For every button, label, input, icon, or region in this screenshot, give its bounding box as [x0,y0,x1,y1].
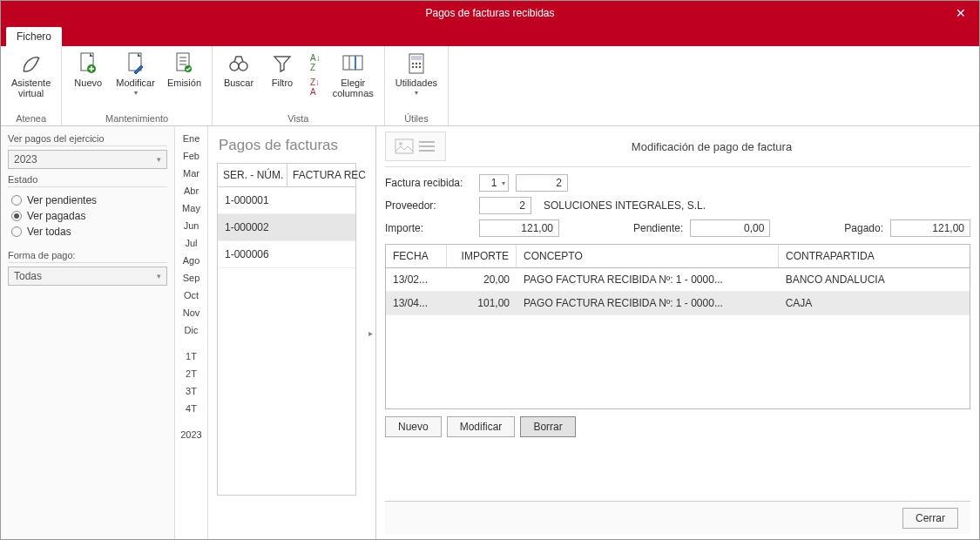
svg-point-8 [230,62,239,71]
sort-desc-icon[interactable]: Z↓A [307,76,324,98]
invoice-list-table: SER. - NÚM. FACTURA REC 1-000001 1-00000… [217,163,356,496]
radio-pagadas[interactable]: Ver pagadas [11,210,167,222]
svg-point-22 [399,142,402,145]
chevron-down-icon: ▾ [134,89,138,97]
buscar-button[interactable]: Buscar [218,50,260,90]
quarter-4t[interactable]: 4T [186,400,197,417]
detail-modificar-button[interactable]: Modificar [447,416,516,437]
detail-footer: Cerrar [385,501,970,534]
month-dic[interactable]: Dic [185,321,199,339]
group-atenea: Atenea [16,113,46,124]
month-filter-column: Ene Feb Mar Abr May Jun Jul Ago Sep Oct … [175,126,208,539]
month-nov[interactable]: Nov [183,304,200,321]
image-icon [395,138,414,154]
svg-point-7 [185,65,192,72]
year-2023[interactable]: 2023 [180,426,201,443]
alpha-icon [19,51,44,76]
elegir-columnas-button[interactable]: Elegircolumnas [328,50,379,100]
forma-pago-label: Forma de pago: [8,248,167,263]
month-abr[interactable]: Abr [184,182,199,199]
ver-pagos-label: Ver pagos del ejercicio [8,132,167,146]
importe-value: 121,00 [479,219,559,237]
pagado-label: Pagado: [844,222,883,234]
detail-panel: Modificación de pago de factura Factura … [375,126,979,539]
svg-rect-14 [411,56,422,60]
utilidades-button[interactable]: Utilidades ▾ [390,50,443,98]
chevron-down-icon: ▾ [157,155,161,164]
proveedor-name: SOLUCIONES INTEGRALES, S.L. [538,197,970,214]
month-sep[interactable]: Sep [183,269,200,287]
col-contrapartida[interactable]: CONTRAPARTIDA [779,245,970,267]
quarter-3t[interactable]: 3T [186,382,197,400]
pendiente-value: 0,00 [690,219,770,237]
month-ene[interactable]: Ene [183,130,200,147]
month-jun[interactable]: Jun [184,217,199,234]
col-ser-num[interactable]: SER. - NÚM. [218,164,287,186]
month-feb[interactable]: Feb [183,147,199,165]
svg-rect-21 [395,139,413,153]
svg-rect-10 [343,56,362,70]
year-combo[interactable]: 2023 ▾ [8,150,167,169]
svg-point-17 [419,63,421,64]
group-vista: Vista [287,113,308,124]
month-may[interactable]: May [182,199,200,217]
radio-todas[interactable]: Ver todas [11,226,167,238]
emision-button[interactable]: Emisión [162,50,206,90]
detail-view-icons[interactable] [385,132,446,161]
cerrar-button[interactable]: Cerrar [902,508,958,529]
detail-nuevo-button[interactable]: Nuevo [385,416,442,437]
split-handle[interactable]: ▸ [365,126,375,539]
proveedor-cod-input[interactable]: 2 [479,197,531,214]
sort-buttons[interactable]: A↓Z Z↓A [305,50,326,100]
month-ago[interactable]: Ago [183,252,200,269]
svg-point-15 [412,63,414,64]
forma-pago-combo[interactable]: Todas ▾ [8,267,167,286]
calculator-icon [404,51,429,76]
svg-point-9 [239,62,247,71]
list-title: Pagos de facturas [219,137,356,154]
document-edit-icon [124,51,148,76]
list-row[interactable]: 1-000002 [218,214,355,241]
left-panel: Ver pagos del ejercicio 2023 ▾ Estado Ve… [1,126,175,539]
col-fecha[interactable]: FECHA [386,245,447,267]
list-row[interactable]: 1-000001 [218,187,355,214]
modificar-button[interactable]: Modificar ▾ [111,50,160,98]
month-mar[interactable]: Mar [183,165,199,182]
col-factura[interactable]: FACTURA REC [287,164,371,186]
asistente-virtual-button[interactable]: Asistentevirtual [6,50,56,100]
month-jul[interactable]: Jul [185,234,197,252]
titlebar: Pagos de facturas recibidas ✕ [1,1,979,25]
month-oct[interactable]: Oct [184,287,199,304]
factura-recibida-label: Factura recibida: [385,177,472,189]
factura-ser-combo[interactable]: 1▾ [479,174,509,192]
detail-borrar-button[interactable]: Borrar [520,416,575,437]
factura-num-input[interactable]: 2 [516,174,568,192]
chevron-down-icon: ▾ [157,272,161,280]
list-row[interactable]: 1-000006 [218,241,355,268]
quarter-2t[interactable]: 2T [186,365,197,382]
document-plus-icon [76,51,100,76]
funnel-icon [270,51,294,76]
nuevo-button[interactable]: Nuevo [67,50,109,90]
payment-row[interactable]: 13/02... 20,00 PAGO FACTURA RECIBIDA Nº:… [386,268,970,292]
payments-table: FECHA IMPORTE CONCEPTO CONTRAPARTIDA 13/… [385,244,970,409]
estado-label: Estado [8,172,167,187]
close-icon[interactable]: ✕ [943,1,979,25]
tab-fichero[interactable]: Fichero [6,27,62,46]
sort-asc-icon[interactable]: A↓Z [307,51,324,74]
pendiente-label: Pendiente: [633,222,683,234]
proveedor-label: Proveedor: [385,199,472,212]
col-importe[interactable]: IMPORTE [447,245,517,267]
importe-label: Importe: [385,222,472,234]
filtro-button[interactable]: Filtro [261,50,303,90]
payment-row[interactable]: 13/04... 101,00 PAGO FACTURA RECIBIDA Nº… [386,292,970,315]
chevron-down-icon: ▾ [415,89,418,97]
col-concepto[interactable]: CONCEPTO [517,245,779,267]
quarter-1t[interactable]: 1T [186,348,197,365]
svg-point-20 [419,66,421,68]
window-title: Pagos de facturas recibidas [425,7,554,19]
radio-pendientes[interactable]: Ver pendientes [11,194,167,206]
group-utiles: Útiles [404,113,429,124]
group-mantenimiento: Mantenimiento [105,113,168,124]
binoculars-icon [226,51,251,76]
